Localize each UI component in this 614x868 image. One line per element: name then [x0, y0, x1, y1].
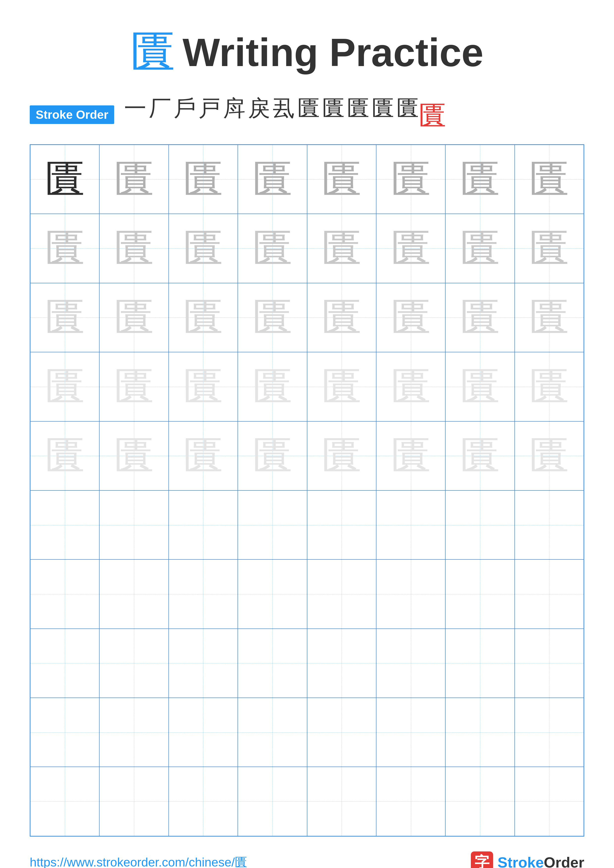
grid-cell[interactable]: 匱: [238, 145, 307, 214]
grid-cell-empty[interactable]: [30, 560, 99, 628]
title-character: 匱: [131, 30, 175, 75]
stroke-12: 匱: [396, 95, 419, 122]
grid-cell[interactable]: 匱: [99, 145, 168, 214]
grid-cell-empty[interactable]: [169, 698, 238, 767]
grid-cell[interactable]: 匱: [515, 352, 584, 421]
practice-char: 匱: [460, 367, 500, 406]
practice-char: 匱: [391, 367, 431, 406]
grid-cell[interactable]: 匱: [376, 422, 445, 490]
grid-cell-empty[interactable]: [515, 767, 584, 836]
grid-cell-empty[interactable]: [376, 629, 445, 698]
grid-cell-empty[interactable]: [307, 698, 376, 767]
grid-cell[interactable]: 匱: [238, 214, 307, 283]
practice-char: 匱: [114, 436, 154, 476]
grid-cell[interactable]: 匱: [515, 145, 584, 214]
stroke-9: 匱: [322, 95, 345, 122]
grid-cell[interactable]: 匱: [376, 145, 445, 214]
grid-cell[interactable]: 匱: [515, 422, 584, 490]
stroke-order-chars: 一 厂 戶 戸 戽 戾 厾 匱 匱 匱 匱 匱: [124, 95, 419, 122]
grid-cell-empty[interactable]: [376, 698, 445, 767]
grid-cell-empty[interactable]: [99, 698, 168, 767]
grid-cell[interactable]: 匱: [376, 283, 445, 352]
footer-url[interactable]: https://www.strokeorder.com/chinese/匱: [30, 854, 247, 868]
practice-char: 匱: [114, 160, 154, 199]
grid-cell[interactable]: 匱: [30, 214, 99, 283]
grid-cell[interactable]: 匱: [376, 352, 445, 421]
grid-cell-empty[interactable]: [515, 560, 584, 628]
practice-char: 匱: [322, 436, 361, 476]
stroke-4: 戸: [198, 95, 221, 122]
grid-cell-empty[interactable]: [169, 560, 238, 628]
title-row: 匱 Writing Practice: [131, 30, 483, 75]
grid-cell-empty[interactable]: [376, 767, 445, 836]
grid-cell[interactable]: 匱: [99, 352, 168, 421]
grid-cell-empty[interactable]: [238, 490, 307, 560]
grid-cell-empty[interactable]: [30, 490, 99, 560]
grid-cell[interactable]: 匱: [445, 145, 515, 214]
grid-cell[interactable]: 匱: [30, 145, 99, 214]
practice-char: 匱: [391, 229, 431, 268]
grid-cell-empty[interactable]: [99, 767, 168, 836]
grid-cell[interactable]: 匱: [169, 145, 238, 214]
grid-cell-empty[interactable]: [445, 767, 515, 836]
grid-cell-empty[interactable]: [445, 490, 515, 560]
grid-cell[interactable]: 匱: [307, 283, 376, 352]
grid-cell-empty[interactable]: [376, 490, 445, 560]
grid-cell[interactable]: 匱: [376, 214, 445, 283]
grid-cell[interactable]: 匱: [99, 214, 168, 283]
grid-cell[interactable]: 匱: [169, 214, 238, 283]
grid-cell-empty[interactable]: [307, 560, 376, 628]
grid-cell[interactable]: 匱: [238, 422, 307, 490]
grid-cell[interactable]: 匱: [307, 145, 376, 214]
grid-cell-empty[interactable]: [515, 698, 584, 767]
grid-cell[interactable]: 匱: [515, 283, 584, 352]
grid-cell[interactable]: 匱: [30, 422, 99, 490]
grid-cell[interactable]: 匱: [445, 283, 515, 352]
grid-cell-empty[interactable]: [238, 767, 307, 836]
grid-cell-empty[interactable]: [238, 629, 307, 698]
practice-char: 匱: [45, 367, 85, 406]
logo-icon: 字: [471, 851, 493, 868]
grid-cell-empty[interactable]: [515, 490, 584, 560]
grid-cell-empty[interactable]: [99, 629, 168, 698]
grid-cell[interactable]: 匱: [99, 422, 168, 490]
grid-cell[interactable]: 匱: [30, 352, 99, 421]
grid-cell[interactable]: 匱: [445, 422, 515, 490]
grid-cell[interactable]: 匱: [169, 352, 238, 421]
grid-cell-empty[interactable]: [515, 629, 584, 698]
grid-cell-empty[interactable]: [445, 560, 515, 628]
grid-cell-empty[interactable]: [238, 560, 307, 628]
grid-cell-empty[interactable]: [238, 698, 307, 767]
grid-cell[interactable]: 匱: [99, 283, 168, 352]
grid-cell-empty[interactable]: [307, 490, 376, 560]
grid-cell-empty[interactable]: [445, 698, 515, 767]
grid-cell-empty[interactable]: [307, 629, 376, 698]
grid-cell[interactable]: 匱: [307, 422, 376, 490]
grid-cell-empty[interactable]: [307, 767, 376, 836]
grid-cell-empty[interactable]: [169, 767, 238, 836]
practice-char: 匱: [391, 436, 431, 476]
stroke-1: 一: [124, 95, 146, 122]
grid-cell[interactable]: 匱: [307, 214, 376, 283]
grid-cell-empty[interactable]: [99, 490, 168, 560]
grid-cell[interactable]: 匱: [238, 283, 307, 352]
practice-char: 匱: [322, 298, 361, 337]
grid-cell-empty[interactable]: [376, 560, 445, 628]
grid-cell-empty[interactable]: [99, 560, 168, 628]
grid-cell[interactable]: 匱: [307, 352, 376, 421]
grid-cell[interactable]: 匱: [238, 352, 307, 421]
grid-cell[interactable]: 匱: [169, 422, 238, 490]
grid-cell[interactable]: 匱: [169, 283, 238, 352]
grid-cell-empty[interactable]: [445, 629, 515, 698]
grid-cell-empty[interactable]: [169, 629, 238, 698]
grid-cell-empty[interactable]: [30, 767, 99, 836]
grid-cell[interactable]: 匱: [515, 214, 584, 283]
grid-cell-empty[interactable]: [30, 629, 99, 698]
stroke-order-row: Stroke Order 一 厂 戶 戸 戽 戾 厾 匱 匱 匱 匱 匱 匱: [30, 95, 584, 134]
grid-cell[interactable]: 匱: [445, 352, 515, 421]
grid-cell[interactable]: 匱: [445, 214, 515, 283]
grid-cell-empty[interactable]: [169, 490, 238, 560]
stroke-11: 匱: [372, 95, 394, 122]
grid-cell[interactable]: 匱: [30, 283, 99, 352]
grid-cell-empty[interactable]: [30, 698, 99, 767]
